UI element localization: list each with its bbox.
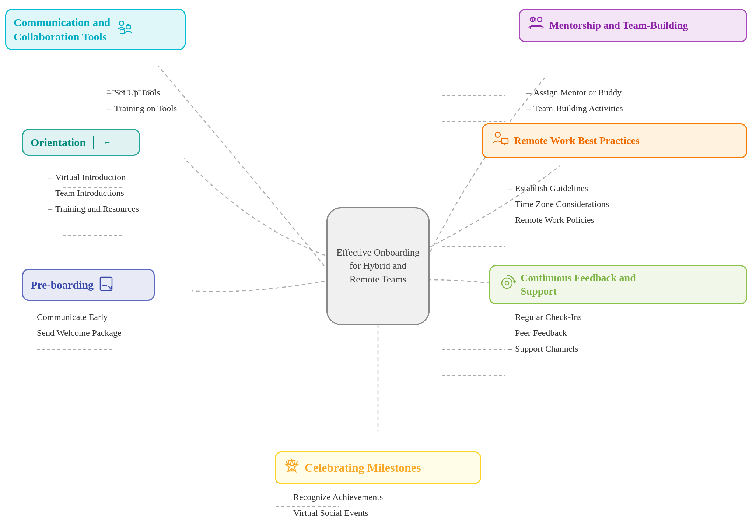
sub-item: Assign Mentor or Buddy [526, 85, 747, 101]
svg-point-19 [119, 21, 124, 25]
mentorship-subitems: Assign Mentor or Buddy Team-Building Act… [526, 85, 747, 116]
celebrate-label: Celebrating Milestones [305, 460, 421, 476]
feedback-subitems: Regular Check-Ins Peer Feedback Support … [508, 309, 747, 357]
svg-point-36 [505, 281, 509, 285]
svg-point-24 [538, 17, 542, 22]
feedback-label: Continuous Feedback andSupport [521, 271, 636, 298]
feedback-box: Continuous Feedback andSupport [489, 265, 747, 304]
remote-label: Remote Work Best Practices [514, 134, 640, 147]
sub-item: Team Introductions [48, 185, 139, 201]
svg-point-26 [495, 132, 500, 137]
communication-subitems: Set Up Tools Training on Tools [107, 85, 177, 116]
sub-item: Training on Tools [107, 101, 177, 116]
remote-work-box: Remote Work Best Practices [482, 123, 747, 158]
sub-item: Regular Check-Ins [508, 309, 747, 325]
svg-rect-27 [501, 138, 508, 144]
preboarding-box: Pre-boarding [22, 269, 155, 301]
celebrate-icon [283, 458, 300, 478]
remote-subitems: Establish Guidelines Time Zone Considera… [508, 180, 747, 228]
sub-item: Virtual Social Events [286, 505, 470, 521]
orientation-divider [93, 136, 94, 149]
preboarding-label: Pre-boarding [31, 278, 94, 292]
center-box: Effective Onboarding for Hybrid and Remo… [326, 207, 430, 325]
sub-item: Support Channels [508, 341, 747, 357]
communication-label: Communication andCollaboration Tools [14, 15, 111, 44]
mind-map-diagram: Effective Onboarding for Hybrid and Remo… [0, 0, 756, 532]
sub-item: Communicate Early [29, 309, 122, 325]
center-label: Effective Onboarding for Hybrid and Remo… [326, 207, 430, 325]
sub-item: Recognize Achievements [286, 489, 470, 505]
celebrate-subitems: Recognize Achievements Virtual Social Ev… [286, 489, 470, 521]
sub-item: Set Up Tools [107, 85, 177, 101]
communication-icon [115, 19, 133, 40]
sub-item: Peer Feedback [508, 325, 747, 341]
celebrate-box: Celebrating Milestones [275, 451, 481, 484]
communication-box: Communication andCollaboration Tools [5, 9, 186, 50]
orientation-arrow-icon: ← [103, 138, 111, 147]
sub-item: Send Welcome Package [29, 325, 122, 341]
orientation-box: Orientation ← [22, 129, 140, 156]
sub-item: Training and Resources [48, 201, 139, 217]
mentorship-icon [527, 15, 545, 36]
mentorship-label: Mentorship and Team-Building [549, 19, 688, 32]
sub-item: Remote Work Policies [508, 212, 747, 228]
remote-icon [490, 130, 510, 152]
sub-item: Establish Guidelines [508, 180, 747, 196]
preboarding-icon [98, 275, 114, 295]
sub-item: Virtual Introduction [48, 169, 139, 185]
sub-item: Time Zone Considerations [508, 196, 747, 212]
preboarding-subitems: Communicate Early Send Welcome Package [29, 309, 122, 341]
svg-point-35 [502, 278, 512, 288]
feedback-icon [498, 274, 516, 296]
mentorship-box: Mentorship and Team-Building [519, 9, 747, 42]
orientation-label: Orientation [31, 135, 86, 149]
orientation-subitems: Virtual Introduction Team Introductions … [48, 169, 139, 217]
svg-rect-21 [120, 30, 125, 34]
sub-item: Team-Building Activities [526, 101, 747, 116]
